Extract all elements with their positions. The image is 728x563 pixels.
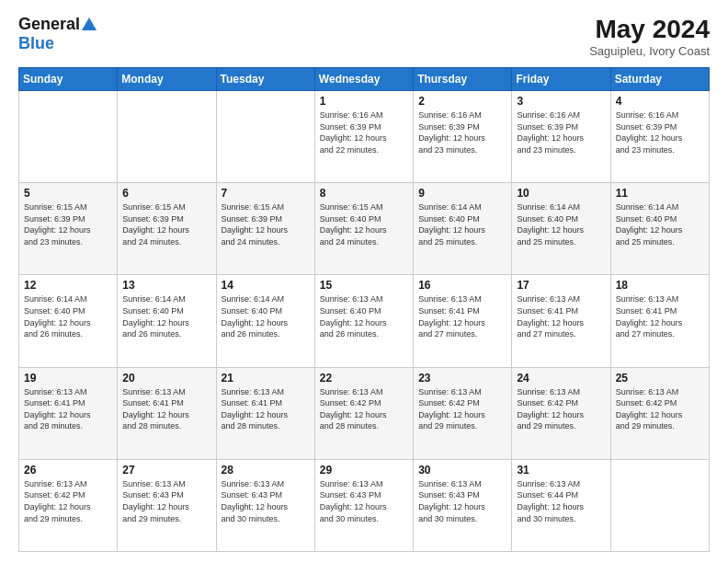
day-number: 5 (24, 187, 112, 200)
day-number: 23 (418, 372, 506, 385)
day-number: 25 (616, 372, 704, 385)
day-number: 18 (616, 279, 704, 292)
weekday-header-wednesday: Wednesday (314, 68, 413, 91)
day-info: Sunrise: 6:14 AM Sunset: 6:40 PM Dayligh… (222, 293, 310, 339)
weekday-header-monday: Monday (118, 68, 216, 91)
day-info: Sunrise: 6:13 AM Sunset: 6:40 PM Dayligh… (320, 293, 408, 339)
day-number: 17 (517, 279, 605, 292)
day-info: Sunrise: 6:13 AM Sunset: 6:43 PM Dayligh… (320, 478, 408, 524)
day-info: Sunrise: 6:13 AM Sunset: 6:42 PM Dayligh… (24, 478, 112, 524)
calendar-cell: 4Sunrise: 6:16 AM Sunset: 6:39 PM Daylig… (610, 91, 709, 183)
calendar-cell: 9Sunrise: 6:14 AM Sunset: 6:40 PM Daylig… (414, 183, 512, 275)
day-number: 26 (24, 464, 112, 477)
calendar-week-row: 1Sunrise: 6:16 AM Sunset: 6:39 PM Daylig… (19, 91, 710, 183)
day-info: Sunrise: 6:13 AM Sunset: 6:41 PM Dayligh… (122, 386, 210, 432)
page: General Blue May 2024 Saguipleu, Ivory C… (0, 0, 728, 563)
day-number: 16 (418, 279, 506, 292)
page-subtitle: Saguipleu, Ivory Coast (589, 44, 710, 58)
calendar-cell (610, 459, 709, 551)
day-number: 12 (24, 279, 112, 292)
calendar-cell: 16Sunrise: 6:13 AM Sunset: 6:41 PM Dayli… (414, 275, 512, 367)
day-info: Sunrise: 6:16 AM Sunset: 6:39 PM Dayligh… (517, 109, 605, 155)
calendar-cell: 20Sunrise: 6:13 AM Sunset: 6:41 PM Dayli… (118, 367, 216, 459)
calendar-cell: 1Sunrise: 6:16 AM Sunset: 6:39 PM Daylig… (314, 91, 413, 183)
day-number: 10 (517, 187, 605, 200)
day-info: Sunrise: 6:13 AM Sunset: 6:41 PM Dayligh… (616, 293, 704, 339)
day-info: Sunrise: 6:13 AM Sunset: 6:44 PM Dayligh… (517, 478, 605, 524)
day-info: Sunrise: 6:16 AM Sunset: 6:39 PM Dayligh… (320, 109, 408, 155)
calendar-table: SundayMondayTuesdayWednesdayThursdayFrid… (18, 67, 710, 552)
logo-blue-text: Blue (18, 34, 54, 53)
day-number: 28 (222, 464, 310, 477)
calendar-cell (216, 91, 314, 183)
header: General Blue May 2024 Saguipleu, Ivory C… (18, 15, 710, 58)
calendar-cell: 23Sunrise: 6:13 AM Sunset: 6:42 PM Dayli… (414, 367, 512, 459)
day-info: Sunrise: 6:13 AM Sunset: 6:41 PM Dayligh… (222, 386, 310, 432)
logo-triangle-icon (82, 17, 97, 30)
calendar-cell: 12Sunrise: 6:14 AM Sunset: 6:40 PM Dayli… (19, 275, 118, 367)
day-number: 31 (517, 464, 605, 477)
day-info: Sunrise: 6:13 AM Sunset: 6:43 PM Dayligh… (222, 478, 310, 524)
day-number: 21 (222, 372, 310, 385)
day-number: 1 (320, 95, 408, 108)
day-number: 22 (320, 372, 408, 385)
day-number: 24 (517, 372, 605, 385)
calendar-week-row: 5Sunrise: 6:15 AM Sunset: 6:39 PM Daylig… (19, 183, 710, 275)
calendar-cell: 8Sunrise: 6:15 AM Sunset: 6:40 PM Daylig… (314, 183, 413, 275)
day-info: Sunrise: 6:14 AM Sunset: 6:40 PM Dayligh… (616, 201, 704, 247)
logo-text: General (18, 15, 97, 34)
day-info: Sunrise: 6:15 AM Sunset: 6:40 PM Dayligh… (320, 201, 408, 247)
day-info: Sunrise: 6:15 AM Sunset: 6:39 PM Dayligh… (122, 201, 210, 247)
day-info: Sunrise: 6:13 AM Sunset: 6:43 PM Dayligh… (122, 478, 210, 524)
calendar-cell: 26Sunrise: 6:13 AM Sunset: 6:42 PM Dayli… (19, 459, 118, 551)
day-number: 9 (418, 187, 506, 200)
calendar-cell: 24Sunrise: 6:13 AM Sunset: 6:42 PM Dayli… (512, 367, 610, 459)
calendar-cell: 2Sunrise: 6:16 AM Sunset: 6:39 PM Daylig… (414, 91, 512, 183)
calendar-week-row: 26Sunrise: 6:13 AM Sunset: 6:42 PM Dayli… (19, 459, 710, 551)
day-number: 3 (517, 95, 605, 108)
calendar-cell: 11Sunrise: 6:14 AM Sunset: 6:40 PM Dayli… (610, 183, 709, 275)
day-number: 2 (418, 95, 506, 108)
weekday-header-friday: Friday (512, 68, 610, 91)
weekday-header-thursday: Thursday (414, 68, 512, 91)
day-number: 7 (222, 187, 310, 200)
day-info: Sunrise: 6:13 AM Sunset: 6:42 PM Dayligh… (517, 386, 605, 432)
day-info: Sunrise: 6:16 AM Sunset: 6:39 PM Dayligh… (418, 109, 506, 155)
day-info: Sunrise: 6:14 AM Sunset: 6:40 PM Dayligh… (418, 201, 506, 247)
calendar-cell: 7Sunrise: 6:15 AM Sunset: 6:39 PM Daylig… (216, 183, 314, 275)
calendar-cell: 3Sunrise: 6:16 AM Sunset: 6:39 PM Daylig… (512, 91, 610, 183)
calendar-cell (19, 91, 118, 183)
logo-general-text: General (18, 15, 80, 34)
day-number: 30 (418, 464, 506, 477)
day-info: Sunrise: 6:16 AM Sunset: 6:39 PM Dayligh… (616, 109, 704, 155)
calendar-cell: 10Sunrise: 6:14 AM Sunset: 6:40 PM Dayli… (512, 183, 610, 275)
day-info: Sunrise: 6:13 AM Sunset: 6:41 PM Dayligh… (418, 293, 506, 339)
calendar-week-row: 19Sunrise: 6:13 AM Sunset: 6:41 PM Dayli… (19, 367, 710, 459)
day-info: Sunrise: 6:13 AM Sunset: 6:43 PM Dayligh… (418, 478, 506, 524)
calendar-cell: 18Sunrise: 6:13 AM Sunset: 6:41 PM Dayli… (610, 275, 709, 367)
day-number: 29 (320, 464, 408, 477)
day-info: Sunrise: 6:15 AM Sunset: 6:39 PM Dayligh… (222, 201, 310, 247)
day-info: Sunrise: 6:13 AM Sunset: 6:42 PM Dayligh… (418, 386, 506, 432)
day-info: Sunrise: 6:13 AM Sunset: 6:41 PM Dayligh… (517, 293, 605, 339)
calendar-cell: 5Sunrise: 6:15 AM Sunset: 6:39 PM Daylig… (19, 183, 118, 275)
calendar-cell: 15Sunrise: 6:13 AM Sunset: 6:40 PM Dayli… (314, 275, 413, 367)
day-number: 11 (616, 187, 704, 200)
day-number: 27 (122, 464, 210, 477)
weekday-header-row: SundayMondayTuesdayWednesdayThursdayFrid… (19, 68, 710, 91)
calendar-cell: 21Sunrise: 6:13 AM Sunset: 6:41 PM Dayli… (216, 367, 314, 459)
calendar-cell: 27Sunrise: 6:13 AM Sunset: 6:43 PM Dayli… (118, 459, 216, 551)
day-info: Sunrise: 6:14 AM Sunset: 6:40 PM Dayligh… (24, 293, 112, 339)
page-title: May 2024 (589, 15, 710, 44)
day-number: 4 (616, 95, 704, 108)
day-number: 14 (222, 279, 310, 292)
calendar-cell: 30Sunrise: 6:13 AM Sunset: 6:43 PM Dayli… (414, 459, 512, 551)
day-number: 20 (122, 372, 210, 385)
logo: General Blue (18, 15, 97, 53)
calendar-cell: 13Sunrise: 6:14 AM Sunset: 6:40 PM Dayli… (118, 275, 216, 367)
calendar-cell: 29Sunrise: 6:13 AM Sunset: 6:43 PM Dayli… (314, 459, 413, 551)
day-info: Sunrise: 6:14 AM Sunset: 6:40 PM Dayligh… (122, 293, 210, 339)
day-info: Sunrise: 6:13 AM Sunset: 6:42 PM Dayligh… (616, 386, 704, 432)
calendar-cell: 19Sunrise: 6:13 AM Sunset: 6:41 PM Dayli… (19, 367, 118, 459)
calendar-week-row: 12Sunrise: 6:14 AM Sunset: 6:40 PM Dayli… (19, 275, 710, 367)
